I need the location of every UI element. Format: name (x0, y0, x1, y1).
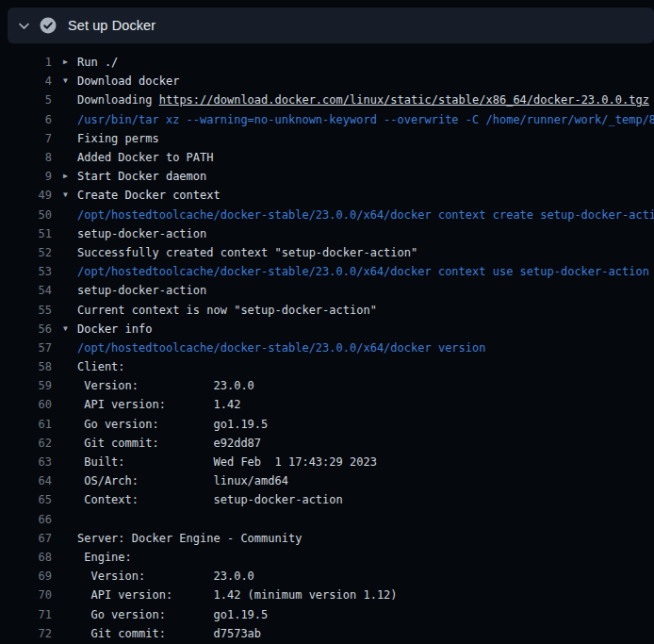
log-text: Server: Docker Engine - Community (77, 532, 302, 545)
log-text: Version: 23.0.0 (77, 570, 254, 583)
log-line: 49▼Create Docker context (0, 186, 654, 205)
line-number[interactable]: 64 (0, 474, 52, 487)
log-line: 66 (0, 510, 654, 529)
line-number[interactable]: 66 (0, 513, 52, 526)
log-command: /usr/bin/tar xz --warning=no-unknown-key… (77, 113, 654, 126)
log-line: 7Fixing perms (0, 129, 654, 148)
line-number[interactable]: 63 (0, 455, 52, 469)
line-number[interactable]: 65 (0, 493, 52, 506)
line-number[interactable]: 55 (0, 304, 52, 317)
log-command: /opt/hostedtoolcache/docker-stable/23.0.… (77, 265, 649, 278)
log-line: 72 Git commit: d7573ab (0, 624, 654, 643)
group-title[interactable]: Start Docker daemon (77, 170, 206, 183)
line-number[interactable]: 57 (0, 341, 52, 355)
log-line: 51setup-docker-action (0, 224, 654, 243)
log-text: Version: 23.0.0 (77, 379, 254, 392)
log-command: /opt/hostedtoolcache/docker-stable/23.0.… (77, 208, 654, 222)
line-number[interactable]: 59 (0, 379, 52, 392)
log-line: 61 Go version: go1.19.5 (0, 415, 654, 434)
line-number[interactable]: 71 (0, 608, 52, 621)
line-number[interactable]: 53 (0, 265, 52, 278)
line-number[interactable]: 72 (0, 627, 52, 640)
log-text: Git commit: d7573ab (77, 627, 261, 640)
step-title: Set up Docker (68, 18, 155, 33)
group-title[interactable]: Run ./ (77, 56, 118, 69)
log-viewer: 1▶Run ./4▼Download docker5Downloading ht… (0, 53, 654, 643)
line-number[interactable]: 6 (0, 113, 52, 126)
log-text: Successfully created context "setup-dock… (77, 246, 417, 259)
chevron-down-icon[interactable] (17, 19, 30, 32)
group-title[interactable]: Create Docker context (77, 189, 221, 202)
line-number[interactable]: 50 (0, 208, 52, 222)
log-text: Context: setup-docker-action (77, 493, 343, 506)
log-text: Fixing perms (77, 132, 159, 145)
line-number[interactable]: 54 (0, 284, 52, 297)
log-line: 1▶Run ./ (0, 53, 654, 72)
log-line: 9▶Start Docker daemon (0, 167, 654, 186)
log-text: Go version: go1.19.5 (77, 418, 268, 431)
chevron-down-icon[interactable]: ▼ (63, 186, 77, 205)
line-number[interactable]: 4 (0, 74, 52, 88)
log-text: Added Docker to PATH (77, 151, 214, 164)
line-number[interactable]: 69 (0, 570, 52, 583)
log-line: 68 Engine: (0, 548, 654, 567)
line-number[interactable]: 60 (0, 398, 52, 411)
log-line: 69 Version: 23.0.0 (0, 567, 654, 586)
log-line: 54setup-docker-action (0, 281, 654, 300)
line-number[interactable]: 7 (0, 132, 52, 145)
chevron-down-icon[interactable]: ▼ (63, 320, 77, 339)
line-number[interactable]: 5 (0, 93, 52, 107)
line-number[interactable]: 62 (0, 437, 52, 450)
log-line: 56▼Docker info (0, 320, 654, 339)
log-line: 6/usr/bin/tar xz --warning=no-unknown-ke… (0, 110, 654, 129)
log-text: Downloading (77, 93, 159, 107)
log-line: 4▼Download docker (0, 72, 654, 91)
group-title[interactable]: Download docker (77, 74, 179, 88)
log-line: 55Current context is now "setup-docker-a… (0, 300, 654, 319)
log-line: 70 API version: 1.42 (minimum version 1.… (0, 586, 654, 604)
line-number[interactable]: 8 (0, 151, 52, 164)
log-line: 59 Version: 23.0.0 (0, 376, 654, 395)
line-number[interactable]: 52 (0, 246, 52, 259)
line-number[interactable]: 49 (0, 189, 52, 202)
line-number[interactable]: 56 (0, 322, 52, 336)
chevron-right-icon[interactable]: ▶ (63, 53, 77, 72)
line-number[interactable]: 67 (0, 532, 52, 545)
log-line: 64 OS/Arch: linux/amd64 (0, 471, 654, 490)
log-text: setup-docker-action (77, 227, 206, 240)
log-link[interactable]: https://download.docker.com/linux/static… (159, 93, 649, 107)
log-line: 8Added Docker to PATH (0, 148, 654, 167)
line-number[interactable]: 9 (0, 170, 52, 183)
line-number[interactable]: 1 (0, 56, 52, 69)
group-title[interactable]: Docker info (77, 322, 152, 336)
line-number[interactable]: 61 (0, 418, 52, 431)
log-text: Current context is now "setup-docker-act… (77, 304, 377, 317)
log-text: Client: (77, 360, 125, 373)
line-number[interactable]: 70 (0, 588, 52, 602)
log-text: Go version: go1.19.5 (77, 608, 268, 621)
log-line: 60 API version: 1.42 (0, 395, 654, 414)
log-line: 58Client: (0, 357, 654, 376)
log-line: 67Server: Docker Engine - Community (0, 529, 654, 548)
log-line: 57/opt/hostedtoolcache/docker-stable/23.… (0, 339, 654, 357)
log-text: Engine: (77, 551, 132, 564)
step-header[interactable]: Set up Docker (8, 8, 654, 43)
log-line: 52Successfully created context "setup-do… (0, 243, 654, 262)
log-text: API version: 1.42 (minimum version 1.12) (77, 588, 398, 602)
log-line: 62 Git commit: e92dd87 (0, 434, 654, 453)
log-line: 5Downloading https://download.docker.com… (0, 91, 654, 109)
check-circle-icon (40, 17, 57, 34)
log-text: Built: Wed Feb 1 17:43:29 2023 (77, 455, 377, 469)
line-number[interactable]: 58 (0, 360, 52, 373)
line-number[interactable]: 68 (0, 551, 52, 564)
log-line: 53/opt/hostedtoolcache/docker-stable/23.… (0, 262, 654, 281)
line-number[interactable]: 51 (0, 227, 52, 240)
log-line: 65 Context: setup-docker-action (0, 490, 654, 509)
chevron-right-icon[interactable]: ▶ (63, 167, 77, 186)
log-command: /opt/hostedtoolcache/docker-stable/23.0.… (77, 341, 485, 355)
log-line: 71 Go version: go1.19.5 (0, 604, 654, 623)
log-text: Git commit: e92dd87 (77, 437, 261, 450)
chevron-down-icon[interactable]: ▼ (63, 72, 77, 91)
log-text: OS/Arch: linux/amd64 (77, 474, 288, 487)
log-text: API version: 1.42 (77, 398, 240, 411)
